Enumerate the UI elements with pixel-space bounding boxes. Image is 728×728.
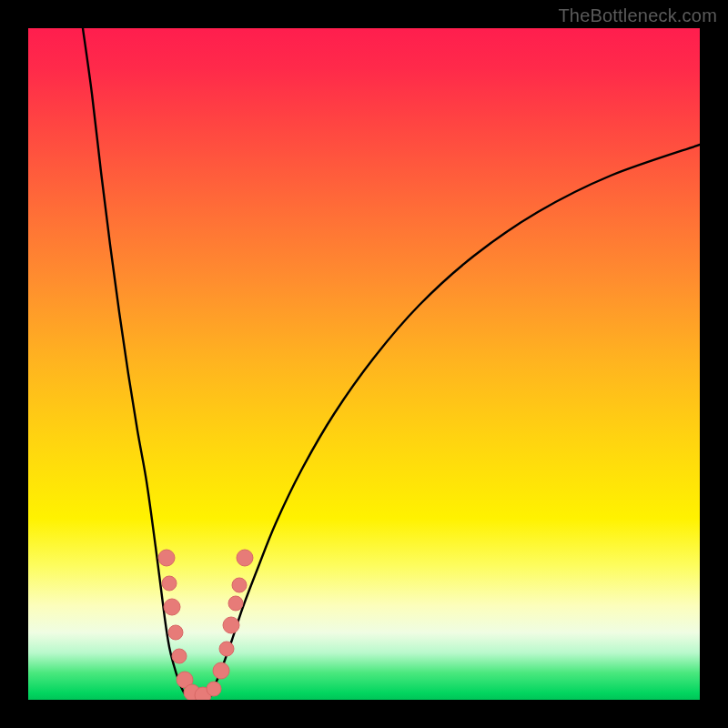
data-dot — [207, 682, 221, 696]
data-dot — [172, 649, 187, 663]
data-dot — [228, 596, 243, 611]
data-dot — [213, 662, 229, 679]
data-dot — [168, 625, 183, 640]
data-dot — [162, 576, 177, 591]
curve-path — [83, 28, 700, 699]
chart-frame: TheBottleneck.com — [0, 0, 728, 728]
watermark-text: TheBottleneck.com — [558, 5, 717, 26]
plot-area — [28, 28, 700, 700]
data-dot — [164, 599, 180, 615]
data-dot — [232, 578, 247, 592]
data-dot — [223, 617, 239, 633]
bottleneck-curve — [28, 28, 700, 700]
data-dot — [237, 550, 253, 566]
data-dot — [158, 550, 175, 566]
data-dot — [219, 642, 234, 656]
